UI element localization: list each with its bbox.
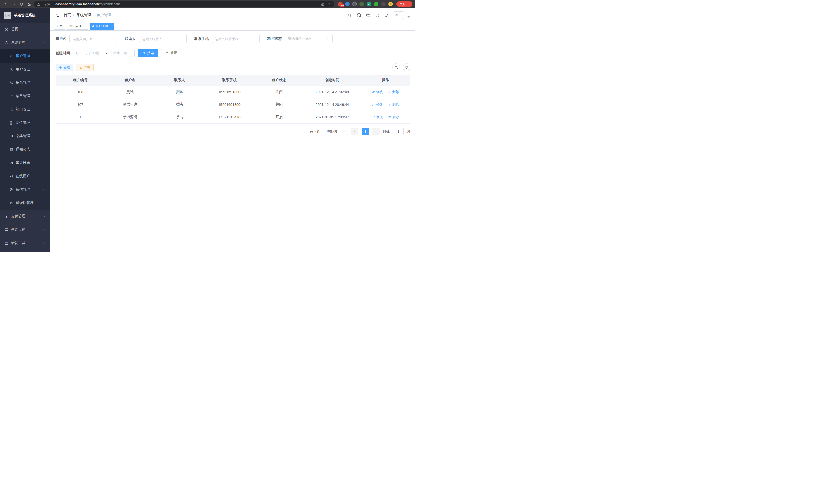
sidebar-item-label: 角色管理 xyxy=(16,80,30,85)
edit-pen-icon xyxy=(372,103,375,106)
browser-menu-icon[interactable] xyxy=(407,3,411,6)
sidebar-item-dev-tools[interactable]: 研发工具 xyxy=(0,236,50,250)
delete-link[interactable]: 删除 xyxy=(388,90,399,94)
export-button[interactable]: 导出 xyxy=(76,64,93,71)
sidebar-item-post[interactable]: 岗位管理 xyxy=(0,116,50,129)
extension-icon[interactable] xyxy=(345,2,350,6)
contact-input[interactable] xyxy=(139,35,187,43)
delete-link[interactable]: 删除 xyxy=(388,115,399,119)
prev-page-button[interactable] xyxy=(351,128,359,135)
next-page-button[interactable] xyxy=(372,128,379,135)
tab-close-icon[interactable] xyxy=(110,25,112,28)
security-chip[interactable]: 不安全 xyxy=(37,2,51,6)
sidebar-item-home[interactable]: 首页 xyxy=(0,23,50,36)
filter-label-mobile: 联系手机 xyxy=(194,36,209,41)
users-icon xyxy=(9,54,13,58)
reset-button[interactable]: 重置 xyxy=(161,49,181,57)
gear-icon xyxy=(5,41,8,45)
extension-icon[interactable] xyxy=(360,2,364,6)
refresh-table-button[interactable] xyxy=(403,63,410,71)
browser-update-button[interactable]: 更新 xyxy=(397,1,412,7)
search-button[interactable]: 搜索 xyxy=(138,49,158,57)
breadcrumb-item-system[interactable]: 系统管理 xyxy=(77,13,91,18)
profile-avatar-icon[interactable] xyxy=(388,2,393,6)
list-icon xyxy=(9,94,13,98)
browser-back-button[interactable] xyxy=(3,1,9,7)
sidebar-item-dept[interactable]: 部门管理 xyxy=(0,103,50,116)
sidebar-item-label: 系统管理 xyxy=(11,40,25,45)
sidebar-item-menu[interactable]: 菜单管理 xyxy=(0,89,50,103)
header-search-icon[interactable] xyxy=(347,13,352,18)
tab-label: 部门管理 xyxy=(69,24,82,29)
user-menu-caret-icon[interactable] xyxy=(406,15,411,19)
toggle-search-button[interactable] xyxy=(392,63,400,71)
tenant-status-select[interactable]: 请选择租户状态 xyxy=(285,35,333,43)
tab-dept[interactable]: 部门管理 xyxy=(67,23,88,30)
github-icon[interactable] xyxy=(357,13,361,18)
table-header-row: 租户编号 租户名 联系人 联系手机 租户状态 创建时间 操作 xyxy=(56,75,410,86)
browser-reload-button[interactable] xyxy=(19,1,24,7)
help-icon[interactable] xyxy=(366,13,370,18)
trash-icon xyxy=(388,90,391,93)
edit-link[interactable]: 修改 xyxy=(372,115,383,119)
edit-link[interactable]: 修改 xyxy=(372,90,383,94)
extension-icon[interactable] xyxy=(352,2,357,6)
sidebar-item-online-user[interactable]: 在线用户 xyxy=(0,170,50,183)
breadcrumb-item-home[interactable]: 首页 xyxy=(64,13,71,18)
jump-suffix: 页 xyxy=(407,129,410,134)
sidebar-item-user[interactable]: 用户管理 xyxy=(0,63,50,76)
delete-link[interactable]: 删除 xyxy=(388,102,399,107)
sidebar-item-dict[interactable]: 字典管理 xyxy=(0,129,50,143)
sidebar-item-infra[interactable]: 基础设施 xyxy=(0,223,50,236)
sidebar-item-role[interactable]: 角色管理 xyxy=(0,76,50,89)
cell-tenant-id: 107 xyxy=(56,98,105,111)
bookmark-star-icon[interactable] xyxy=(327,2,331,6)
sidebar-item-label: 字典管理 xyxy=(16,134,30,139)
sidebar-item-error-code[interactable]: 错误码管理 xyxy=(0,196,50,210)
create-time-range-picker[interactable]: 开始日期 - 结束日期 xyxy=(73,49,135,57)
browser-address-bar[interactable]: 不安全 dashboard.yudao.iocoder.cn/system/te… xyxy=(34,1,334,7)
sidebar-item-system[interactable]: 系统管理 xyxy=(0,36,50,49)
sidebar-item-tenant[interactable]: 租户管理 xyxy=(0,49,50,63)
extension-icon-pinned[interactable]: 10 xyxy=(338,2,343,6)
sidebar-collapse-button[interactable] xyxy=(55,13,60,18)
page-size-select[interactable]: 10条/页 xyxy=(324,128,348,135)
tab-home[interactable]: 首页 xyxy=(54,23,65,30)
add-button[interactable]: 新增 xyxy=(56,64,73,71)
sidebar-item-audit-log[interactable]: 审计日志 xyxy=(0,156,50,170)
tab-tenant[interactable]: 租户管理 xyxy=(90,23,114,30)
edit-link[interactable]: 修改 xyxy=(372,102,383,107)
cell-status: 开启 xyxy=(254,111,304,124)
mobile-input[interactable] xyxy=(212,35,260,43)
tree-icon xyxy=(9,108,13,112)
sidebar-item-label: 支付管理 xyxy=(11,214,25,218)
app-logo: 芋道管理系统 xyxy=(0,8,50,23)
chevron-down-icon xyxy=(43,161,46,165)
tab-close-icon[interactable] xyxy=(83,25,86,28)
page-jump-input[interactable] xyxy=(393,128,404,135)
chevron-down-icon xyxy=(43,242,46,244)
sidebar-item-sms[interactable]: 短信管理 xyxy=(0,183,50,196)
tenant-name-input[interactable] xyxy=(69,35,117,43)
filter-label-tenant-name: 租户名 xyxy=(56,36,66,41)
header-actions xyxy=(347,11,411,19)
sidebar-item-notice[interactable]: 通知公告 xyxy=(0,143,50,156)
sidebar-item-payment[interactable]: 支付管理 xyxy=(0,210,50,223)
table-row: 107 测试租户 秃头 15601691300 关闭 2021-12-14 20… xyxy=(56,98,410,111)
chevron-down-icon xyxy=(43,188,46,191)
column-header-mobile: 联系手机 xyxy=(204,75,254,86)
page-number-button[interactable]: 1 xyxy=(362,128,369,135)
extension-icon-chat[interactable] xyxy=(374,2,378,6)
sidebar-item-label: 错误码管理 xyxy=(16,201,34,205)
extension-icon-check[interactable] xyxy=(367,2,371,6)
sidebar-item-label: 短信管理 xyxy=(16,187,30,192)
browser-forward-button[interactable] xyxy=(11,1,17,7)
user-avatar[interactable] xyxy=(394,11,404,19)
extensions-puzzle-icon[interactable] xyxy=(381,2,386,6)
share-icon[interactable] xyxy=(321,2,324,6)
browser-home-button[interactable] xyxy=(26,1,32,7)
fullscreen-icon[interactable] xyxy=(375,13,379,18)
reset-button-label: 重置 xyxy=(170,51,177,56)
edit-pen-icon xyxy=(372,90,375,93)
font-size-icon[interactable] xyxy=(384,13,389,18)
